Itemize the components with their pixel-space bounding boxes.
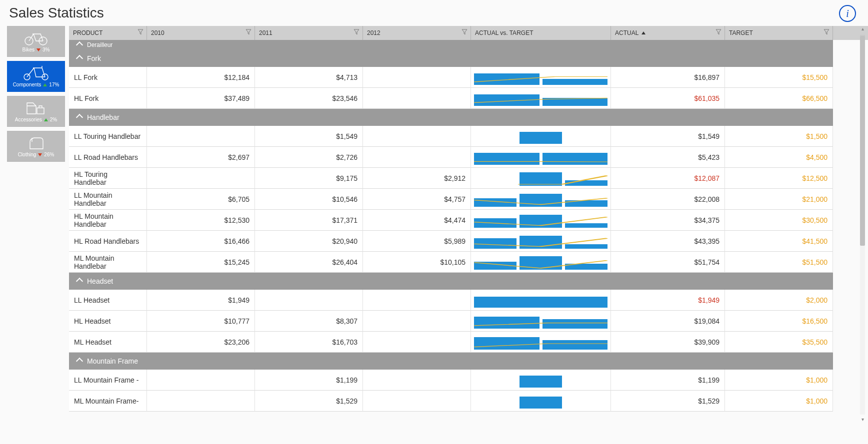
cell-target: $30,500: [725, 210, 833, 231]
category-tile-clothing[interactable]: Clothing26%: [7, 131, 65, 162]
cell-y2011: $20,940: [255, 231, 363, 252]
spark-bar: [474, 297, 608, 308]
cell-y2011: $1,549: [255, 126, 363, 147]
spark-bar: [565, 244, 608, 249]
sparkline-chart: [474, 255, 608, 270]
spark-bar: [565, 180, 608, 186]
scroll-thumb[interactable]: [860, 36, 865, 246]
cell-chart: [471, 332, 611, 353]
sparkline-chart: [474, 91, 608, 106]
cell-y2010: [147, 126, 255, 147]
cell-target: $1,000: [725, 391, 833, 412]
cell-chart: [471, 189, 611, 210]
cell-y2010: $23,206: [147, 332, 255, 353]
group-header-fork[interactable]: Fork: [69, 50, 833, 67]
category-tile-components[interactable]: Components17%: [7, 61, 65, 92]
cell-product: LL Mountain Frame -: [69, 370, 147, 391]
cell-product: HL Mountain Handlebar: [69, 210, 147, 231]
cell-target: $41,500: [725, 231, 833, 252]
category-sidebar: Bikes3%Components17%Accessories2%Clothin…: [0, 26, 69, 412]
column-label: 2011: [259, 29, 272, 36]
category-tile-accessories[interactable]: Accessories2%: [7, 96, 65, 127]
column-header-product[interactable]: PRODUCT: [69, 26, 147, 40]
cell-y2012: $2,912: [363, 168, 471, 189]
group-header-mountain-frame[interactable]: Mountain Frame: [69, 353, 833, 370]
cell-target: $12,500: [725, 168, 833, 189]
filter-icon[interactable]: [824, 29, 830, 36]
column-header-avt[interactable]: ACTUAL vs. TARGET: [471, 26, 611, 40]
cell-actual: $5,423: [611, 147, 725, 168]
sparkline-chart: [474, 335, 608, 350]
cell-y2010: [147, 391, 255, 412]
cell-y2011: $1,529: [255, 391, 363, 412]
cell-y2011: $16,703: [255, 332, 363, 353]
sparkline-chart: [474, 129, 608, 144]
cell-chart: [471, 67, 611, 88]
group-header-derailleur[interactable]: Derailleur: [69, 40, 833, 50]
cell-product: HL Fork: [69, 88, 147, 109]
filter-icon[interactable]: [246, 29, 252, 36]
spark-bar: [474, 317, 540, 329]
cell-actual: $16,897: [611, 67, 725, 88]
column-label: ACTUAL vs. TARGET: [475, 29, 533, 36]
cell-target: $66,500: [725, 88, 833, 109]
scroll-down-arrow[interactable]: ▾: [859, 417, 866, 424]
vertical-scrollbar[interactable]: ▴ ▾: [859, 25, 866, 425]
spark-bar: [565, 200, 608, 207]
column-header-actual[interactable]: ACTUAL: [611, 26, 725, 40]
chevron-up-icon: [76, 114, 83, 121]
column-header-y2010[interactable]: 2010: [147, 26, 255, 40]
cell-y2012: [363, 88, 471, 109]
cell-product: ML Headset: [69, 332, 147, 353]
bikes-icon: [24, 30, 48, 47]
spark-bar: [520, 397, 562, 409]
cell-y2011: [255, 290, 363, 311]
cell-chart: [471, 88, 611, 109]
cell-product: HL Headset: [69, 311, 147, 332]
trend-up-icon: [43, 83, 47, 86]
group-header-headset[interactable]: Headset: [69, 273, 833, 290]
cell-actual: $51,754: [611, 252, 725, 273]
sparkline-chart: [474, 234, 608, 249]
filter-icon[interactable]: [716, 29, 722, 36]
category-change: 3%: [42, 47, 50, 53]
group-label: Derailleur: [87, 41, 112, 48]
filter-icon[interactable]: [138, 29, 144, 36]
info-button[interactable]: i: [839, 5, 856, 22]
category-label: Accessories: [15, 117, 42, 123]
spark-bar: [565, 264, 608, 270]
spark-bar: [520, 256, 562, 270]
sparkline-chart: [474, 314, 608, 329]
column-header-y2011[interactable]: 2011: [255, 26, 363, 40]
group-label: Headset: [87, 277, 113, 285]
category-label: Bikes: [22, 47, 34, 53]
spark-bar: [520, 215, 562, 228]
cell-y2011: $1,199: [255, 370, 363, 391]
cell-product: ML Mountain Frame-: [69, 391, 147, 412]
cell-y2010: $2,697: [147, 147, 255, 168]
cell-actual: $61,035: [611, 88, 725, 109]
category-tile-bikes[interactable]: Bikes3%: [7, 26, 65, 57]
cell-target: $16,500: [725, 311, 833, 332]
cell-target: $2,000: [725, 290, 833, 311]
filter-icon[interactable]: [462, 29, 468, 36]
cell-actual: $19,084: [611, 311, 725, 332]
cell-y2011: $26,404: [255, 252, 363, 273]
group-label: Handlebar: [87, 113, 120, 121]
column-header-y2012[interactable]: 2012: [363, 26, 471, 40]
scroll-up-arrow[interactable]: ▴: [859, 26, 866, 33]
filter-icon[interactable]: [354, 29, 360, 36]
group-label: Mountain Frame: [87, 357, 138, 365]
sort-asc-icon: [642, 31, 646, 34]
cell-y2010: $15,245: [147, 252, 255, 273]
cell-chart: [471, 168, 611, 189]
cell-y2011: $2,726: [255, 147, 363, 168]
column-header-target[interactable]: TARGET: [725, 26, 833, 40]
category-change: 17%: [49, 82, 59, 88]
sparkline-chart: [474, 394, 608, 409]
cell-y2010: $1,949: [147, 290, 255, 311]
spark-bar: [474, 94, 540, 106]
group-header-handlebar[interactable]: Handlebar: [69, 109, 833, 126]
cell-product: HL Road Handlebars: [69, 231, 147, 252]
cell-target: $1,000: [725, 370, 833, 391]
